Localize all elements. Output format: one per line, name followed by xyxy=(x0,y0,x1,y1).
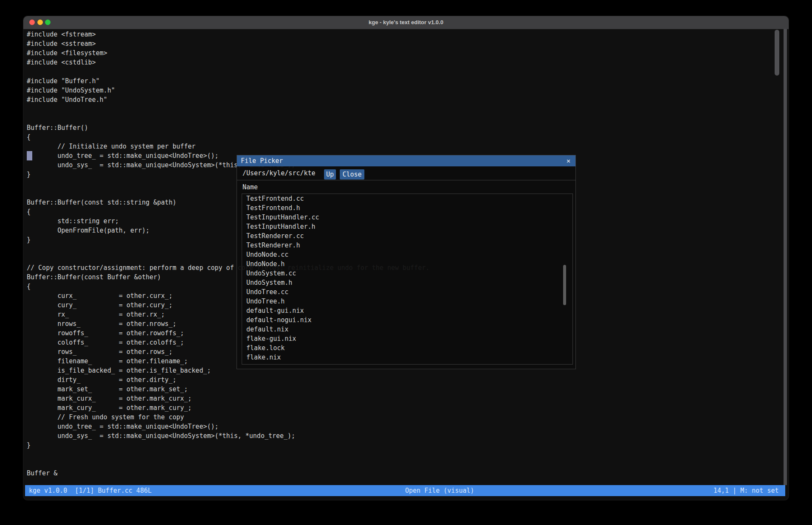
list-item[interactable]: UndoNode.h xyxy=(242,259,572,269)
list-item[interactable]: default-gui.nix xyxy=(242,306,572,315)
file-list: TestFrontend.ccTestFrontend.hTestInputHa… xyxy=(242,194,573,365)
list-item[interactable]: default-nogui.nix xyxy=(242,315,572,325)
file-picker-dialog: File Picker ✕ /Users/kyle/src/kte Up Clo… xyxy=(237,155,576,369)
file-list-scrollbar-thumb[interactable] xyxy=(563,265,566,305)
scrollbar-track[interactable] xyxy=(784,29,787,485)
scrollbar-thumb[interactable] xyxy=(775,30,779,76)
list-item[interactable]: UndoTree.h xyxy=(242,297,572,306)
editor-window: kge - kyle's text editor v1.0.0 #include… xyxy=(23,16,789,500)
status-bar: kge v1.0.0 [1/1] Buffer.cc 486L Open Fil… xyxy=(25,485,785,496)
list-item[interactable]: TestInputHandler.h xyxy=(242,222,572,231)
divider xyxy=(237,180,575,180)
list-item[interactable]: TestRenderer.cc xyxy=(242,231,572,241)
list-item[interactable]: UndoTree.cc xyxy=(242,287,572,297)
list-item[interactable]: TestFrontend.cc xyxy=(242,194,572,203)
file-picker-title: File Picker xyxy=(241,155,283,166)
window-titlebar[interactable]: kge - kyle's text editor v1.0.0 xyxy=(23,16,789,29)
text-cursor xyxy=(27,151,32,160)
list-item[interactable]: TestRenderer.h xyxy=(242,241,572,250)
path-row: /Users/kyle/src/kte Up Close xyxy=(237,166,575,180)
list-item[interactable]: TestInputHandler.cc xyxy=(242,213,572,222)
list-item[interactable]: flake-gui.nix xyxy=(242,334,572,343)
status-mode: Open File (visual) xyxy=(405,485,474,496)
current-path: /Users/kyle/src/kte xyxy=(242,166,316,180)
close-icon[interactable]: ✕ xyxy=(567,155,570,166)
list-item[interactable]: flake.lock xyxy=(242,343,572,353)
window-title: kge - kyle's text editor v1.0.0 xyxy=(23,16,789,29)
desktop: kge - kyle's text editor v1.0.0 #include… xyxy=(0,0,812,525)
list-item[interactable]: UndoSystem.cc xyxy=(242,269,572,278)
column-header-name: Name xyxy=(242,181,258,194)
status-app-info: kge v1.0.0 [1/1] Buffer.cc 486L xyxy=(29,485,152,496)
close-button[interactable]: Close xyxy=(340,169,364,180)
list-item[interactable]: default.nix xyxy=(242,325,572,334)
file-picker-titlebar[interactable]: File Picker ✕ xyxy=(237,155,575,166)
status-cursor-position: 14,1 | M: not set xyxy=(713,485,779,496)
list-item[interactable]: UndoNode.cc xyxy=(242,250,572,259)
list-item[interactable]: UndoSystem.h xyxy=(242,278,572,287)
up-button[interactable]: Up xyxy=(324,169,336,180)
list-item[interactable]: TestFrontend.h xyxy=(242,203,572,213)
list-item[interactable]: flake.nix xyxy=(242,353,572,362)
